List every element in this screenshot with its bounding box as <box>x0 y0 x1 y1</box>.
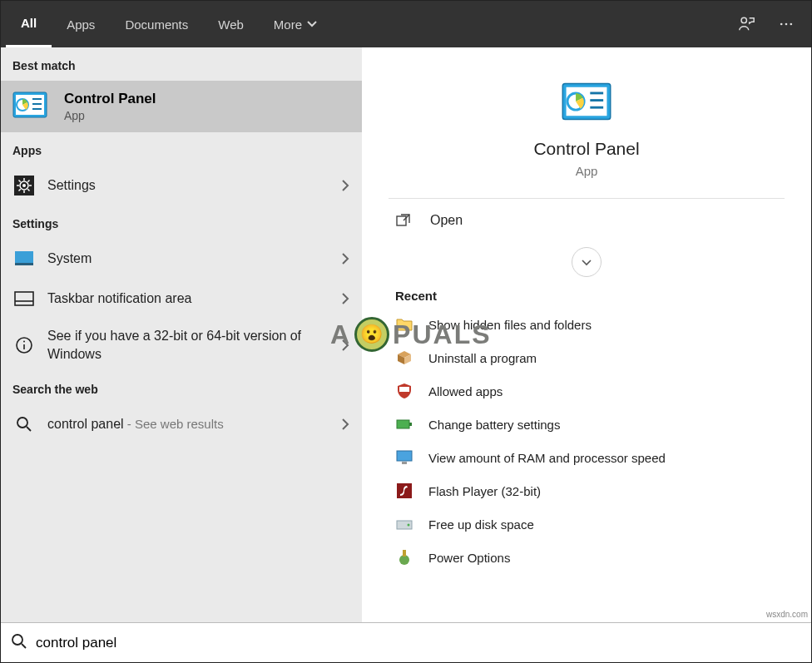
svg-rect-37 <box>399 387 409 392</box>
recent-show-hidden-files[interactable]: Show hidden files and folders <box>362 308 811 341</box>
flash-icon <box>395 482 413 500</box>
apps-heading: Apps <box>1 132 362 166</box>
recent-label: Power Options <box>428 551 510 565</box>
result-settings-app[interactable]: Settings <box>1 166 362 205</box>
expand-actions-button[interactable] <box>572 247 602 277</box>
recent-free-disk[interactable]: Free up disk space <box>362 507 811 541</box>
svg-point-27 <box>23 340 25 342</box>
svg-rect-22 <box>15 263 33 265</box>
tab-all[interactable]: All <box>6 1 52 47</box>
monitor-icon <box>395 448 413 467</box>
source-caption: wsxdn.com <box>766 610 808 619</box>
recent-label: Show hidden files and folders <box>428 318 592 332</box>
tab-more-label: More <box>274 17 302 32</box>
tab-web[interactable]: Web <box>203 1 259 47</box>
best-match-title: Control Panel <box>64 91 156 107</box>
web-hint: - See web results <box>124 417 224 431</box>
best-match-heading: Best match <box>1 47 362 81</box>
folder-icon <box>395 315 413 334</box>
open-icon <box>395 212 412 229</box>
tab-apps[interactable]: Apps <box>52 1 110 47</box>
svg-rect-7 <box>32 98 42 100</box>
more-options-icon[interactable] <box>766 1 806 47</box>
search-header: All Apps Documents Web More <box>1 1 811 47</box>
shield-icon <box>395 382 413 400</box>
results-pane: Best match Control Panel <box>1 47 362 622</box>
best-match-result[interactable]: Control Panel App <box>1 81 362 132</box>
svg-point-2 <box>785 23 788 26</box>
svg-rect-40 <box>397 451 412 461</box>
chevron-right-icon <box>340 252 350 265</box>
preview-pane: Control Panel App Open Recent Show hidde… <box>362 47 811 622</box>
recent-flash-player[interactable]: Flash Player (32-bit) <box>362 474 811 507</box>
recent-power-options[interactable]: Power Options <box>362 541 811 574</box>
open-action[interactable]: Open <box>362 199 811 242</box>
svg-point-3 <box>790 23 793 26</box>
chevron-right-icon <box>340 292 350 305</box>
box-icon <box>395 349 413 367</box>
svg-rect-36 <box>397 216 406 225</box>
svg-point-44 <box>408 524 410 527</box>
svg-rect-21 <box>15 251 33 263</box>
result-label: System <box>47 251 329 266</box>
result-label: See if you have a 32-bit or 64-bit versi… <box>47 327 329 363</box>
svg-rect-8 <box>32 103 42 105</box>
chevron-right-icon <box>340 418 350 431</box>
recent-label: Change battery settings <box>428 418 560 432</box>
tab-more[interactable]: More <box>259 1 332 47</box>
open-label: Open <box>430 213 463 228</box>
control-panel-icon <box>12 92 52 121</box>
recent-allowed-apps[interactable]: Allowed apps <box>362 374 811 408</box>
svg-point-1 <box>780 23 783 26</box>
search-web-heading: Search the web <box>1 371 362 404</box>
result-label: Settings <box>47 178 329 193</box>
feedback-icon[interactable] <box>726 1 766 47</box>
recent-battery-settings[interactable]: Change battery settings <box>362 408 811 441</box>
battery-icon <box>395 415 413 433</box>
chevron-right-icon <box>340 339 350 352</box>
search-input[interactable] <box>36 635 801 651</box>
result-32-64-bit[interactable]: See if you have a 32-bit or 64-bit versi… <box>1 319 362 371</box>
recent-uninstall-program[interactable]: Uninstall a program <box>362 341 811 374</box>
gear-icon <box>12 174 36 197</box>
chevron-down-icon <box>307 19 317 29</box>
result-system[interactable]: System <box>1 239 362 279</box>
svg-rect-41 <box>402 462 407 464</box>
search-bar <box>1 622 811 662</box>
svg-point-47 <box>12 635 22 645</box>
svg-rect-9 <box>32 108 42 110</box>
result-label: Taskbar notification area <box>47 291 329 306</box>
chevron-down-icon <box>580 255 593 269</box>
power-icon <box>395 548 413 567</box>
display-icon <box>12 247 36 270</box>
recent-heading: Recent <box>362 289 811 308</box>
svg-line-29 <box>27 427 31 431</box>
info-icon <box>12 334 36 357</box>
recent-label: Allowed apps <box>428 384 503 398</box>
recent-label: Uninstall a program <box>428 351 537 365</box>
svg-line-48 <box>22 644 26 648</box>
recent-label: Flash Player (32-bit) <box>428 484 541 498</box>
web-query: control panel <box>47 417 124 431</box>
control-panel-icon <box>561 82 612 124</box>
search-icon <box>11 633 27 653</box>
result-search-web[interactable]: control panel - See web results <box>1 404 362 444</box>
svg-rect-39 <box>409 423 412 426</box>
recent-label: View amount of RAM and processor speed <box>428 451 666 465</box>
svg-point-28 <box>17 418 27 428</box>
settings-heading: Settings <box>1 205 362 239</box>
disk-icon <box>395 515 413 533</box>
recent-label: Free up disk space <box>428 517 534 532</box>
preview-subtitle: App <box>576 164 598 178</box>
search-icon <box>12 413 36 436</box>
chevron-right-icon <box>340 179 350 192</box>
tab-documents[interactable]: Documents <box>110 1 203 47</box>
result-taskbar-notification[interactable]: Taskbar notification area <box>1 279 362 319</box>
svg-rect-33 <box>590 92 603 95</box>
preview-title: Control Panel <box>533 139 639 159</box>
svg-point-0 <box>741 17 746 22</box>
best-match-subtitle: App <box>64 109 156 122</box>
svg-rect-38 <box>397 420 409 428</box>
svg-rect-35 <box>590 106 603 109</box>
recent-ram-processor[interactable]: View amount of RAM and processor speed <box>362 441 811 474</box>
